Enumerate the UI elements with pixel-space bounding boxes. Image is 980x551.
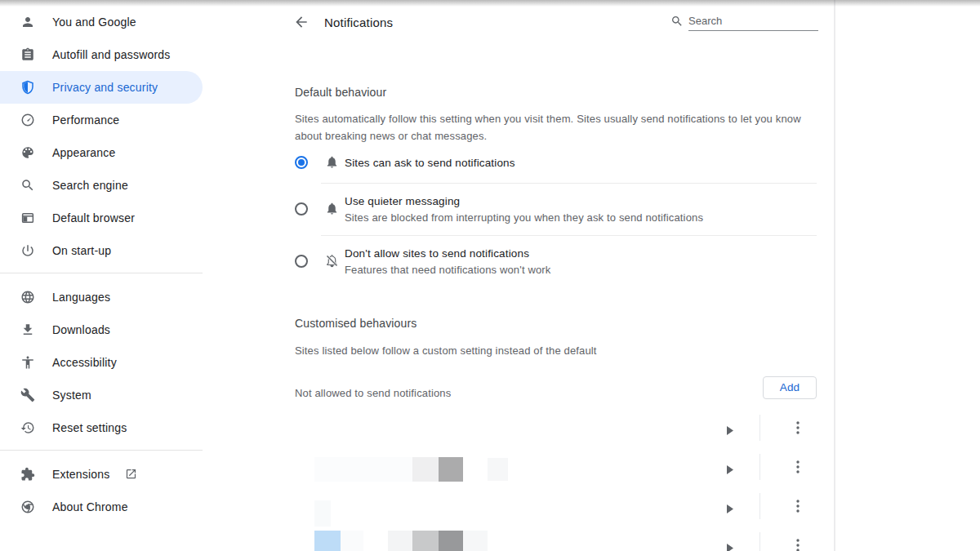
- settings-sidebar: You and Google Autofill and passwords Pr…: [0, 0, 203, 551]
- sidebar-item-reset-settings[interactable]: Reset settings: [0, 411, 203, 444]
- sidebar-item-performance[interactable]: Performance: [0, 104, 203, 136]
- accessibility-icon: [20, 355, 35, 370]
- sidebar-item-label: Search engine: [52, 179, 128, 192]
- sidebar-item-label: Extensions: [52, 468, 109, 481]
- content-right-edge: [834, 0, 835, 551]
- external-link-icon: [125, 468, 137, 480]
- sidebar-item-label: Reset settings: [52, 421, 127, 434]
- sidebar-item-extensions[interactable]: Extensions: [0, 458, 203, 491]
- kebab-menu-icon[interactable]: [796, 421, 800, 434]
- sidebar-item-on-startup[interactable]: On start-up: [0, 234, 203, 267]
- sidebar-item-label: Downloads: [52, 323, 110, 336]
- download-icon: [20, 322, 35, 337]
- palette-icon: [20, 145, 35, 160]
- magnifier-icon: [20, 178, 35, 193]
- autofill-icon: [20, 47, 35, 62]
- bell-icon: [325, 202, 339, 216]
- chevron-right-icon[interactable]: [727, 541, 733, 550]
- globe-icon: [20, 290, 35, 304]
- sidebar-item-label: System: [52, 389, 91, 402]
- option-label[interactable]: Sites can ask to send notifications: [345, 157, 515, 169]
- kebab-menu-icon[interactable]: [796, 539, 800, 551]
- sidebar-item-accessibility[interactable]: Accessibility: [0, 346, 203, 379]
- sidebar-item-label: Performance: [52, 113, 119, 127]
- row-divider: [760, 454, 760, 480]
- add-button[interactable]: Add: [763, 376, 817, 399]
- sidebar-item-about-chrome[interactable]: About Chrome: [0, 491, 203, 523]
- sidebar-item-label: About Chrome: [52, 500, 128, 513]
- option-label[interactable]: Use quieter messaging: [345, 195, 460, 207]
- sidebar-item-label: You and Google: [52, 16, 136, 29]
- row-divider: [760, 493, 760, 519]
- option-sublabel: Sites are blocked from interrupting you …: [345, 211, 703, 224]
- sidebar-item-search-engine[interactable]: Search engine: [0, 169, 203, 202]
- radio-sites-can-ask[interactable]: [295, 156, 308, 169]
- row-divider: [760, 532, 760, 551]
- back-arrow-icon[interactable]: [293, 14, 310, 30]
- chrome-logo-icon: [20, 500, 35, 514]
- person-icon: [20, 15, 35, 29]
- search-icon: [670, 15, 684, 28]
- sidebar-item-label: On start-up: [52, 244, 111, 257]
- sidebar-item-label: Languages: [52, 291, 110, 304]
- row-divider: [760, 415, 760, 441]
- sidebar-divider: [0, 450, 203, 451]
- sidebar-item-you-and-google[interactable]: You and Google: [0, 6, 203, 38]
- option-divider: [321, 183, 817, 184]
- section-title-default-behaviour: Default behaviour: [295, 86, 386, 99]
- power-icon: [20, 243, 35, 258]
- bell-icon: [325, 155, 339, 169]
- site-row[interactable]: [295, 408, 817, 447]
- chevron-right-icon[interactable]: [727, 502, 733, 511]
- sidebar-item-label: Autofill and passwords: [52, 48, 170, 61]
- sidebar-divider: [0, 273, 203, 273]
- radio-quieter-messaging[interactable]: [295, 202, 308, 216]
- history-icon: [20, 420, 35, 435]
- shield-icon: [20, 80, 35, 95]
- sidebar-item-system[interactable]: System: [0, 379, 203, 411]
- browser-window-icon: [20, 211, 35, 225]
- sidebar-item-downloads[interactable]: Downloads: [0, 313, 203, 346]
- not-allowed-label: Not allowed to send notifications: [295, 384, 451, 402]
- page-title: Notifications: [324, 16, 393, 29]
- bell-off-icon: [325, 254, 339, 268]
- sidebar-item-label: Privacy and security: [52, 81, 158, 94]
- wrench-icon: [20, 388, 35, 402]
- puzzle-icon: [20, 467, 35, 482]
- chevron-right-icon[interactable]: [727, 424, 733, 433]
- sidebar-item-default-browser[interactable]: Default browser: [0, 202, 203, 234]
- sidebar-item-label: Default browser: [52, 211, 135, 224]
- sidebar-item-privacy-and-security[interactable]: Privacy and security: [0, 71, 203, 104]
- section-title-customised-behaviours: Customised behaviours: [295, 317, 416, 330]
- default-behaviour-description: Sites automatically follow this setting …: [295, 110, 822, 144]
- site-row[interactable]: [295, 487, 817, 526]
- kebab-menu-icon[interactable]: [796, 500, 800, 513]
- sidebar-item-languages[interactable]: Languages: [0, 281, 203, 313]
- customised-description: Sites listed below follow a custom setti…: [295, 342, 822, 359]
- option-label[interactable]: Don't allow sites to send notifications: [345, 247, 529, 260]
- option-sublabel: Features that need notifications won't w…: [345, 264, 550, 276]
- sidebar-item-label: Accessibility: [52, 356, 117, 369]
- site-row[interactable]: [295, 526, 817, 551]
- option-divider: [321, 235, 817, 236]
- sidebar-item-autofill[interactable]: Autofill and passwords: [0, 38, 203, 71]
- kebab-menu-icon[interactable]: [796, 460, 800, 473]
- radio-dont-allow[interactable]: [295, 255, 308, 268]
- sidebar-item-label: Appearance: [52, 146, 116, 159]
- sidebar-item-appearance[interactable]: Appearance: [0, 136, 203, 169]
- search-input[interactable]: [688, 11, 818, 31]
- speedometer-icon: [20, 113, 35, 127]
- site-row[interactable]: [295, 447, 817, 487]
- chevron-right-icon[interactable]: [727, 463, 733, 472]
